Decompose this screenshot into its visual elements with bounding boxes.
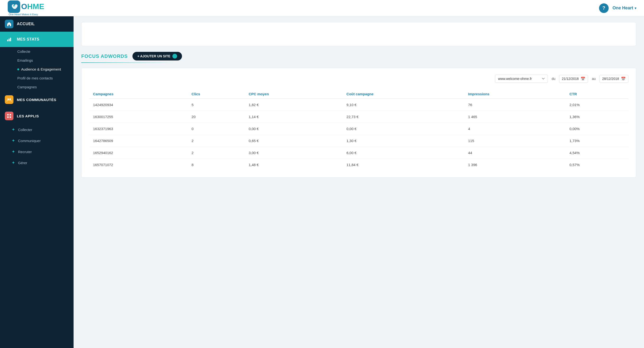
table-row: 142492093451,82 €9,10 €762,01% [89,99,628,111]
svg-rect-8 [7,114,9,115]
sidebar-subitems: Collecte Emailings Audience & Engagement… [0,47,74,91]
collecte-label: Collecte [17,49,30,53]
audience-dot [17,68,19,70]
main-content: FOCUS ADWORDS + AJOUTER UN SITE www.welc… [74,16,644,348]
gerer-label: Gérer [18,161,27,165]
sidebar-item-mes-stats[interactable]: MES STATS [0,32,74,47]
cell-campagne: 1632371963 [89,123,188,135]
date-to-input[interactable]: 28/12/2018 📅 [600,75,628,83]
cell-clics: 8 [188,159,245,171]
cell-impressions: 115 [464,135,566,147]
cell-campagne: 1652940162 [89,147,188,159]
sidebar-item-accueil[interactable]: ACCUEIL [0,16,74,32]
svg-rect-11 [10,116,11,118]
body-layout: ACCUEIL MES STATS Collecte Emailings Aud… [0,16,644,348]
sidebar-app-communiquer[interactable]: ✦ Communiquer [0,135,74,146]
cell-campagne: 1424920934 [89,99,188,111]
logo-subtitle: One Heart Makes it Easy [9,13,38,16]
campagnes-label: Campagnes [17,85,37,89]
col-cpc[interactable]: CPC moyen [245,90,342,99]
site-select[interactable]: www.welcome-ohme.fr [495,75,548,83]
cell-cpc: 1,14 € [245,111,342,123]
cell-ctr: 1,73% [566,135,628,147]
cell-cout: 22,73 € [342,111,464,123]
svg-rect-9 [10,114,11,115]
col-clics[interactable]: Clics [188,90,245,99]
stats-icon [5,35,14,44]
date-to-value: 28/12/2018 [602,77,619,81]
svg-point-7 [10,98,11,100]
cell-cout: 11,84 € [342,159,464,171]
cell-campagne: 1630017255 [89,111,188,123]
user-menu[interactable]: One Heart ▾ [612,5,636,10]
cell-impressions: 1 465 [464,111,566,123]
cell-clics: 2 [188,147,245,159]
cell-clics: 20 [188,111,245,123]
sidebar-app-gerer[interactable]: ✦ Gérer [0,157,74,168]
sidebar: ACCUEIL MES STATS Collecte Emailings Aud… [0,16,74,348]
cell-cpc: 3,00 € [245,147,342,159]
help-button[interactable]: ? [599,3,609,13]
col-campagnes[interactable]: Campagnes [89,90,188,99]
add-site-button[interactable]: + AJOUTER UN SITE [132,52,182,60]
table-row: 163237196300,00 €0,00 €40,00% [89,123,628,135]
cell-cout: 6,00 € [342,147,464,159]
sidebar-subitem-campagnes[interactable]: Campagnes [0,83,74,91]
col-impressions[interactable]: Impressions [464,90,566,99]
sidebar-item-communautes[interactable]: MES COMMUNAUTÉS [0,91,74,108]
sidebar-subitem-collecte[interactable]: Collecte [0,47,74,56]
communautes-label: MES COMMUNAUTÉS [17,98,56,102]
header-right: ? One Heart ▾ [599,3,636,13]
recruter-label: Recruter [18,150,32,154]
table-card: www.welcome-ohme.fr du 21/12/2018 📅 au 2… [81,68,636,177]
svg-point-6 [8,98,9,100]
cell-impressions: 1 396 [464,159,566,171]
audience-label: Audience & Engagement [21,67,61,71]
sidebar-app-collecter[interactable]: ✦ Collecter [0,124,74,135]
wrench-collecter-icon: ✦ [12,127,15,132]
cell-cpc: 1,48 € [245,159,342,171]
date-from-input[interactable]: 21/12/2018 📅 [559,75,588,83]
logo-icon [8,0,20,13]
logo-main: OHME [8,0,44,13]
cell-impressions: 44 [464,147,566,159]
svg-rect-2 [8,25,10,26]
cell-campagne: 1642786509 [89,135,188,147]
cell-clics: 0 [188,123,245,135]
cell-clics: 2 [188,135,245,147]
top-card [81,22,636,46]
toggle-dot-icon [172,54,177,59]
svg-rect-3 [7,40,8,41]
user-name: One Heart [612,5,633,10]
sidebar-subitem-profil[interactable]: Profil de mes contacts [0,74,74,83]
community-icon [5,95,14,104]
cell-cpc: 1,82 € [245,99,342,111]
calendar-to-icon: 📅 [621,77,626,81]
svg-point-1 [13,5,15,6]
cell-ctr: 1,36% [566,111,628,123]
date-from-value: 21/12/2018 [562,77,578,81]
cell-cout: 1,30 € [342,135,464,147]
table-row: 165707107281,48 €11,84 €1 3960,57% [89,159,628,171]
apps-icon [5,112,14,120]
col-ctr[interactable]: CTR [566,90,628,99]
add-site-label: + AJOUTER UN SITE [137,54,170,58]
date-to-label: au [592,77,596,81]
sidebar-item-applis[interactable]: LES APPLIS [0,108,74,124]
cell-cpc: 0,65 € [245,135,342,147]
table-row: 1630017255201,14 €22,73 €1 4651,36% [89,111,628,123]
cell-impressions: 76 [464,99,566,111]
logo-area: OHME One Heart Makes it Easy [8,0,44,16]
cell-cout: 9,10 € [342,99,464,111]
sidebar-subitem-audience[interactable]: Audience & Engagement [0,65,74,74]
sidebar-stats-label: MES STATS [17,37,40,41]
communiquer-label: Communiquer [18,139,41,143]
user-chevron-icon: ▾ [634,6,636,10]
table-row: 164278650920,65 €1,30 €1151,73% [89,135,628,147]
sidebar-app-recruter[interactable]: ✦ Recruter [0,146,74,157]
adwords-table: Campagnes Clics CPC moyen Coût campagne … [89,90,628,171]
home-icon [5,20,14,28]
sidebar-subitem-emailings[interactable]: Emailings [0,56,74,65]
table-controls: www.welcome-ohme.fr du 21/12/2018 📅 au 2… [89,75,628,83]
col-cout[interactable]: Coût campagne [342,90,464,99]
